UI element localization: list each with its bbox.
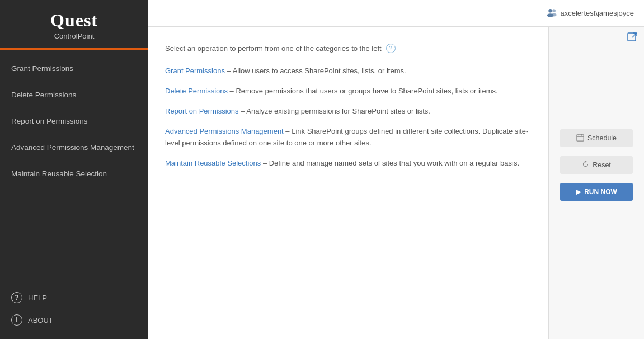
desc-link-0[interactable]: Grant Permissions [165, 67, 225, 75]
svg-rect-4 [628, 33, 636, 41]
app-subtitle: ControlPoint [0, 32, 148, 40]
user-info: axcelertest\jamesjoyce [547, 8, 634, 18]
help-icon: ? [11, 292, 22, 303]
desc-text-0: – Allow users to access SharePoint sites… [225, 67, 406, 75]
svg-marker-9 [585, 161, 586, 162]
sidebar-nav: Grant PermissionsDelete PermissionsRepor… [0, 55, 148, 281]
svg-point-3 [551, 13, 556, 16]
desc-link-2[interactable]: Report on Permissions [165, 107, 239, 115]
right-panel: Schedule Reset ▶ RUN NOW [549, 27, 644, 339]
topbar: axcelertest\jamesjoyce [148, 0, 644, 27]
desc-block-2: Report on Permissions – Analyze existing… [165, 106, 532, 117]
help-tooltip-icon[interactable]: ? [386, 44, 396, 53]
desc-link-3[interactable]: Advanced Permissions Management [165, 127, 284, 135]
content-area: Select an operation to perform from one … [148, 27, 644, 339]
desc-link-1[interactable]: Delete Permissions [165, 87, 228, 95]
description-list: Grant Permissions – Allow users to acces… [165, 65, 532, 169]
desc-text-4: – Define and manage named sets of sites … [261, 159, 519, 167]
svg-point-2 [552, 9, 556, 12]
svg-point-0 [548, 8, 552, 12]
reset-icon [582, 161, 589, 170]
desc-link-4[interactable]: Maintain Reusable Selections [165, 159, 261, 167]
sidebar: Quest ControlPoint Grant PermissionsDele… [0, 0, 148, 339]
desc-text-1: – Remove permissions that users or group… [228, 87, 498, 95]
reset-label: Reset [593, 161, 611, 169]
run-label: RUN NOW [584, 188, 617, 196]
sidebar-item-delete-permissions[interactable]: Delete Permissions [0, 82, 148, 108]
instruction-text: Select an operation to perform from one … [165, 44, 382, 53]
app-logo: Quest [0, 10, 148, 31]
about-label: ABOUT [28, 316, 53, 324]
desc-block-1: Delete Permissions – Remove permissions … [165, 86, 532, 97]
username: axcelertest\jamesjoyce [561, 9, 634, 17]
instruction-line: Select an operation to perform from one … [165, 44, 532, 53]
sidebar-item-maintain-reusable[interactable]: Maintain Reusable Selection [0, 161, 148, 187]
footer-item-about[interactable]: iABOUT [0, 309, 148, 331]
panel-buttons: Schedule Reset ▶ RUN NOW [560, 129, 633, 205]
sidebar-item-advanced-permissions[interactable]: Advanced Permissions Management [0, 134, 148, 161]
sidebar-item-grant-permissions[interactable]: Grant Permissions [0, 55, 148, 82]
desc-block-4: Maintain Reusable Selections – Define an… [165, 158, 532, 169]
reset-button[interactable]: Reset [560, 156, 633, 174]
main-content: Select an operation to perform from one … [148, 27, 549, 339]
desc-text-2: – Analyze existing permissions for Share… [239, 107, 430, 115]
sidebar-item-report-on-permissions[interactable]: Report on Permissions [0, 108, 148, 134]
run-now-button[interactable]: ▶ RUN NOW [560, 183, 633, 201]
calendar-icon [576, 134, 584, 143]
schedule-button[interactable]: Schedule [560, 129, 633, 147]
sidebar-footer: ?HELPiABOUT [0, 281, 148, 339]
about-icon: i [11, 314, 22, 326]
schedule-label: Schedule [587, 134, 617, 142]
logo-area: Quest ControlPoint [0, 0, 148, 50]
help-label: HELP [28, 294, 47, 302]
svg-rect-5 [577, 134, 584, 140]
user-icon [547, 8, 557, 18]
run-icon: ▶ [576, 188, 581, 196]
expand-icon[interactable] [627, 32, 637, 45]
main-area: axcelertest\jamesjoyce Select an operati… [148, 0, 644, 339]
footer-item-help[interactable]: ?HELP [0, 286, 148, 309]
desc-block-0: Grant Permissions – Allow users to acces… [165, 65, 532, 77]
desc-block-3: Advanced Permissions Management – Link S… [165, 126, 532, 148]
